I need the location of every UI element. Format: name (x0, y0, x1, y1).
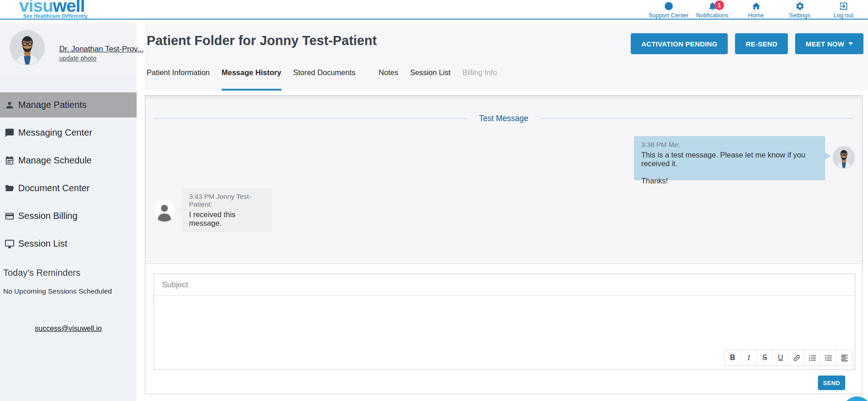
link-icon (792, 354, 801, 362)
provider-message-avatar (833, 146, 855, 168)
folder-open-icon (5, 183, 15, 193)
patient-folder-tabs: Patient Information Message History Stor… (147, 64, 497, 91)
sidebar: Manage Patients Messaging Center Manage … (0, 74, 137, 401)
unordered-list-icon (824, 354, 833, 362)
page-title: Patient Folder for Jonny Test-Patient (147, 33, 377, 48)
sidebar-item-manage-patients[interactable]: Manage Patients (0, 92, 137, 117)
notification-badge[interactable]: 1 (715, 0, 724, 10)
chat-widget-button[interactable] (842, 396, 868, 401)
top-bar: visuwell See Healthcare Differently Supp… (0, 0, 868, 20)
support-email-link[interactable]: success@visuwell.io (0, 325, 137, 333)
italic-button[interactable]: I (740, 350, 756, 365)
underline-button[interactable]: U (772, 350, 788, 365)
link-button[interactable] (788, 350, 804, 365)
align-left-button[interactable] (836, 350, 852, 365)
tab-billing-info[interactable]: Billing Info (462, 64, 497, 91)
caret-down-icon (848, 42, 853, 45)
message-meta: 3:43 PM Jonny Test-Patient: (189, 193, 265, 208)
sidebar-item-session-billing[interactable]: Session Billing (0, 202, 137, 230)
page-header: Patient Folder for Jonny Test-Patient AC… (145, 24, 868, 91)
sidebar-item-label: Session Billing (18, 211, 77, 221)
nav-log-out[interactable]: Log out (822, 1, 865, 19)
incoming-message-bubble: 3:43 PM Jonny Test-Patient: I received t… (182, 188, 272, 232)
bold-button[interactable]: B (725, 350, 740, 365)
sidebar-item-session-list[interactable]: Session List (0, 230, 137, 258)
logo-tagline: See Healthcare Differently (23, 13, 88, 19)
sidebar-item-label: Session List (18, 239, 67, 249)
update-photo-link[interactable]: update photo (59, 55, 97, 62)
sidebar-item-messaging-center[interactable]: Messaging Center (0, 119, 137, 147)
tab-session-list[interactable]: Session List (410, 64, 450, 91)
sidebar-item-label: Document Center (18, 183, 90, 193)
provider-avatar[interactable] (10, 30, 45, 65)
divider-line (153, 118, 467, 119)
provider-name-link[interactable]: Dr. Jonathan Test-Prov... (59, 45, 144, 54)
nav-support-center[interactable]: Support Center (647, 1, 690, 19)
gear-icon (795, 1, 805, 11)
strikethrough-button[interactable]: S (756, 350, 772, 365)
monitor-icon (5, 239, 15, 249)
resend-button[interactable]: RE-SEND (735, 33, 788, 54)
reminders-heading: Today's Reminders (3, 268, 80, 278)
calendar-icon (5, 156, 15, 166)
bubble-tail (176, 206, 182, 214)
user-icon (5, 100, 15, 110)
tab-stored-documents[interactable]: Stored Documents (293, 64, 356, 91)
thread-subject: Test Message (479, 114, 528, 123)
subject-input[interactable] (154, 274, 855, 296)
sidebar-item-label: Manage Schedule (18, 155, 92, 166)
life-ring-icon (664, 1, 674, 11)
bubble-tail (825, 152, 831, 160)
nav-settings[interactable]: Settings (778, 1, 822, 19)
message-history-panel: Test Message 3:38 PM Me: This is a test … (145, 95, 863, 394)
nav-label: Home (748, 12, 764, 19)
credit-card-icon (5, 211, 15, 221)
meet-now-button[interactable]: MEET NOW (795, 33, 863, 54)
provider-profile-card: Dr. Jonathan Test-Prov... update photo (0, 23, 137, 74)
tab-patient-information[interactable]: Patient Information (147, 64, 210, 91)
patient-message-avatar (153, 200, 175, 222)
message-body: I received this message. (189, 210, 265, 228)
nav-home[interactable]: Home (734, 1, 778, 19)
activation-pending-button[interactable]: ACTIVATION PENDING (631, 33, 728, 54)
tab-notes[interactable]: Notes (378, 64, 398, 91)
home-icon (751, 1, 761, 11)
message-composer: B I S U SEND (145, 264, 862, 394)
ordered-list-button[interactable] (804, 350, 820, 365)
top-nav: Support Center Notifications 1 Home Sett… (647, 1, 865, 19)
send-button[interactable]: SEND (818, 376, 845, 390)
reminders-empty-text: No Upcoming Sessions Scheduled (3, 287, 112, 295)
outgoing-message-bubble: 3:38 PM Me: This is a test message. Plea… (634, 136, 825, 180)
nav-label: Notifications (696, 12, 729, 19)
nav-label: Log out (833, 12, 853, 19)
nav-notifications[interactable]: Notifications 1 (690, 1, 734, 19)
comment-icon (5, 128, 15, 138)
logout-icon (839, 1, 848, 11)
align-left-icon (840, 354, 849, 362)
message-body: Thanks! (641, 177, 818, 185)
sidebar-item-label: Messaging Center (18, 127, 92, 138)
tab-message-history[interactable]: Message History (222, 64, 281, 91)
sidebar-menu: Manage Patients Messaging Center Manage … (0, 91, 137, 258)
sidebar-item-document-center[interactable]: Document Center (0, 174, 137, 202)
message-body: This is a test message. Please let me kn… (641, 151, 818, 168)
message-meta: 3:38 PM Me: (641, 141, 818, 148)
compose-box: B I S U (153, 274, 855, 370)
unordered-list-button[interactable] (820, 350, 836, 365)
formatting-toolbar: B I S U (724, 350, 853, 366)
sidebar-item-manage-schedule[interactable]: Manage Schedule (0, 147, 137, 174)
divider-line (541, 118, 854, 119)
nav-label: Settings (789, 12, 811, 19)
sidebar-item-label: Manage Patients (18, 100, 87, 110)
header-actions: ACTIVATION PENDING RE-SEND MEET NOW (631, 33, 863, 54)
nav-label: Support Center (648, 12, 689, 19)
thread-subject-divider: Test Message (153, 114, 854, 123)
message-thread: Test Message 3:38 PM Me: This is a test … (145, 96, 862, 264)
message-body-input[interactable] (154, 296, 855, 350)
ordered-list-icon (808, 354, 817, 362)
